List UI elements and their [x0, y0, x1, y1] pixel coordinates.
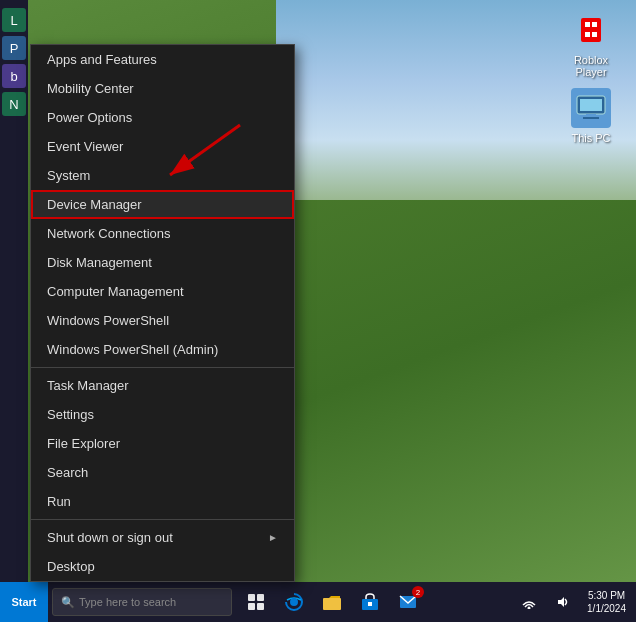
system-clock: 5:30 PM 1/1/2024	[581, 589, 632, 615]
svg-rect-2	[592, 22, 597, 27]
roblox-icon[interactable]: RobloxPlayer	[556, 10, 626, 78]
menu-item-windows-powershell[interactable]: Windows PowerShell	[31, 306, 294, 335]
sidebar-icon-2[interactable]: P	[2, 36, 26, 60]
menu-item-mobility-center[interactable]: Mobility Center	[31, 74, 294, 103]
svg-rect-8	[583, 117, 599, 119]
search-icon: 🔍	[61, 596, 75, 609]
menu-item-shut-down[interactable]: Shut down or sign out ►	[31, 523, 294, 552]
svg-rect-1	[585, 22, 590, 27]
svg-rect-18	[368, 602, 372, 606]
menu-item-event-viewer[interactable]: Event Viewer	[31, 132, 294, 161]
taskbar-app-icons: 2	[238, 582, 426, 622]
menu-item-system[interactable]: System	[31, 161, 294, 190]
store-taskbar-icon[interactable]	[352, 582, 388, 622]
taskbar-search[interactable]: 🔍 Type here to search	[52, 588, 232, 616]
svg-rect-4	[592, 32, 597, 37]
shut-down-arrow-icon: ►	[268, 532, 278, 543]
network-icon[interactable]	[513, 582, 545, 622]
menu-item-run[interactable]: Run	[31, 487, 294, 516]
task-view-icon[interactable]	[238, 582, 274, 622]
menu-item-settings[interactable]: Settings	[31, 400, 294, 429]
menu-item-task-manager[interactable]: Task Manager	[31, 371, 294, 400]
volume-icon[interactable]	[547, 582, 579, 622]
menu-item-network-connections[interactable]: Network Connections	[31, 219, 294, 248]
svg-rect-12	[257, 594, 264, 601]
svg-rect-16	[323, 598, 341, 610]
svg-point-15	[290, 598, 298, 606]
edge-browser-icon[interactable]	[276, 582, 312, 622]
taskbar-right-area: 5:30 PM 1/1/2024	[513, 582, 636, 622]
menu-item-device-manager[interactable]: Device Manager	[31, 190, 294, 219]
roblox-label: RobloxPlayer	[574, 54, 608, 78]
separator-2	[31, 519, 294, 520]
svg-rect-0	[581, 18, 601, 42]
svg-marker-21	[558, 597, 564, 607]
svg-rect-7	[586, 114, 596, 117]
menu-item-search[interactable]: Search	[31, 458, 294, 487]
start-button[interactable]: Start	[0, 582, 48, 622]
taskbar: Start 🔍 Type here to search	[0, 582, 636, 622]
roblox-image	[571, 10, 611, 50]
svg-rect-3	[585, 32, 590, 37]
svg-point-20	[528, 607, 531, 610]
desktop-icons: RobloxPlayer This PC	[556, 10, 626, 154]
svg-rect-6	[580, 99, 602, 111]
sidebar-icon-1[interactable]: L	[2, 8, 26, 32]
this-pc-label: This PC	[571, 132, 610, 144]
this-pc-image	[571, 88, 611, 128]
menu-item-windows-powershell-admin[interactable]: Windows PowerShell (Admin)	[31, 335, 294, 364]
menu-item-apps-features[interactable]: Apps and Features	[31, 45, 294, 74]
menu-item-disk-management[interactable]: Disk Management	[31, 248, 294, 277]
sidebar-panel: L P b N	[0, 0, 28, 582]
this-pc-icon[interactable]: This PC	[556, 88, 626, 144]
sidebar-icon-3[interactable]: b	[2, 64, 26, 88]
menu-item-power-options[interactable]: Power Options	[31, 103, 294, 132]
separator-1	[31, 367, 294, 368]
context-menu: Apps and Features Mobility Center Power …	[30, 44, 295, 582]
svg-rect-14	[257, 603, 264, 610]
svg-rect-13	[248, 603, 255, 610]
svg-rect-11	[248, 594, 255, 601]
menu-item-computer-management[interactable]: Computer Management	[31, 277, 294, 306]
menu-item-desktop[interactable]: Desktop	[31, 552, 294, 581]
mail-icon[interactable]: 2	[390, 582, 426, 622]
menu-item-file-explorer[interactable]: File Explorer	[31, 429, 294, 458]
sidebar-icon-4[interactable]: N	[2, 92, 26, 116]
file-explorer-taskbar-icon[interactable]	[314, 582, 350, 622]
